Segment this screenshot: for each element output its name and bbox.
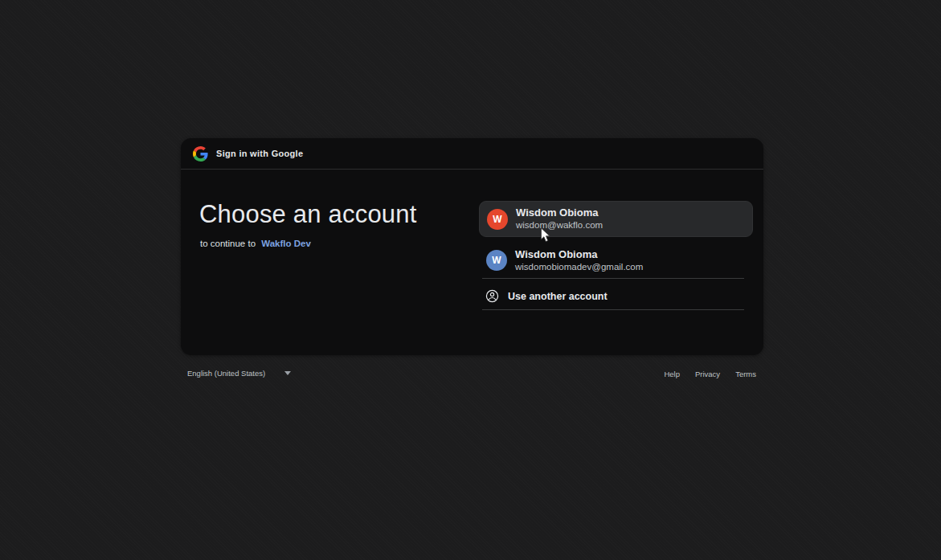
page-background: Sign in with Google Choose an account to… — [0, 0, 941, 560]
page-title: Choose an account — [199, 200, 417, 229]
app-name: Wakflo Dev — [261, 239, 311, 248]
google-g-icon — [193, 146, 208, 161]
language-selector[interactable]: English (United States) — [187, 369, 291, 378]
terms-link[interactable]: Terms — [735, 370, 756, 378]
use-another-account-label: Use another account — [508, 291, 608, 302]
account-name: Wisdom Obioma — [516, 207, 603, 219]
use-another-account-button[interactable]: Use another account — [479, 283, 753, 309]
sign-in-dialog: Sign in with Google Choose an account to… — [181, 138, 763, 355]
account-email: wisdom@wakflo.com — [516, 220, 603, 231]
footer-links: Help Privacy Terms — [664, 370, 756, 378]
account-row-wakflo[interactable]: W Wisdom Obioma wisdom@wakflo.com — [479, 201, 753, 237]
divider — [482, 278, 744, 279]
account-email: wisdomobiomadev@gmail.com — [515, 262, 643, 272]
help-link[interactable]: Help — [664, 370, 680, 378]
privacy-link[interactable]: Privacy — [695, 370, 720, 378]
account-name: Wisdom Obioma — [515, 249, 643, 260]
caret-down-icon — [284, 371, 291, 375]
avatar: W — [487, 209, 508, 230]
dialog-title: Sign in with Google — [216, 149, 303, 158]
language-value: English (United States) — [187, 369, 265, 378]
person-circle-icon — [485, 289, 499, 303]
dialog-header: Sign in with Google — [181, 138, 763, 170]
account-row-gmail[interactable]: W Wisdom Obioma wisdomobiomadev@gmail.co… — [479, 243, 753, 278]
continue-subtitle: to continue to Wakflo Dev — [200, 239, 311, 248]
account-text: Wisdom Obioma wisdom@wakflo.com — [516, 207, 603, 231]
subtitle-prefix: to continue to — [200, 239, 256, 248]
divider — [482, 309, 744, 310]
account-text: Wisdom Obioma wisdomobiomadev@gmail.com — [515, 249, 643, 272]
avatar: W — [486, 250, 507, 271]
